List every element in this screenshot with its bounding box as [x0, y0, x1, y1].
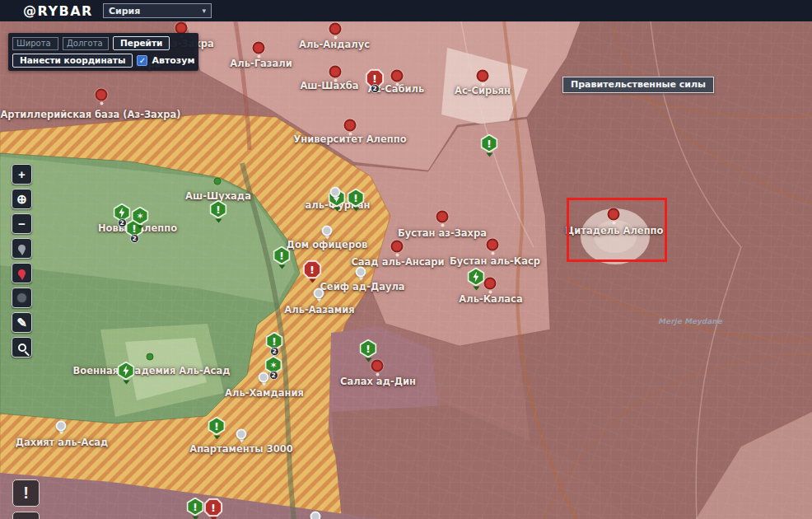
chevron-down-icon: ▾	[202, 7, 206, 15]
minus-icon: −	[18, 217, 26, 231]
map-marker-red-pin[interactable]	[608, 208, 620, 221]
map-marker-green-alert[interactable]: !	[359, 339, 378, 358]
red-pin-shape	[253, 42, 265, 54]
map-marker-gray-dot[interactable]	[356, 267, 366, 278]
search-icon	[18, 344, 26, 352]
map-marker-gray-dot[interactable]	[330, 187, 341, 198]
red-pin-shape	[344, 119, 357, 132]
autozoom-label: Автозум	[152, 55, 194, 66]
map-marker-green-alert[interactable]: !	[208, 417, 226, 436]
map-marker-green-alert[interactable]: !	[347, 189, 366, 208]
red-pin-shape	[96, 89, 108, 101]
map-marker-red-pin[interactable]	[391, 241, 404, 253]
gray-dot-shape	[314, 288, 324, 299]
map-marker-gray-dot[interactable]	[236, 429, 247, 440]
measure-button[interactable]: ✎	[12, 312, 32, 333]
gray-dot-shape	[310, 512, 321, 519]
map-marker-red-pin[interactable]	[329, 23, 342, 35]
red-pin-shape	[371, 360, 384, 372]
map-marker-red-pin[interactable]	[391, 70, 404, 82]
map-marker-gray-dot[interactable]	[322, 226, 333, 236]
topbar: @RYBAR Сирия ▾	[0, 0, 812, 21]
map-marker-red-pin[interactable]	[96, 89, 108, 101]
map-marker-red-pin[interactable]	[484, 278, 497, 290]
exclamation-icon: !	[305, 262, 320, 278]
map-marker-red-pin[interactable]	[344, 119, 357, 132]
map-marker-red-alert[interactable]: !	[204, 498, 223, 517]
zoom-in-button[interactable]: +	[12, 164, 32, 185]
map-marker-green-dot[interactable]	[147, 353, 154, 361]
alerts-button-2[interactable]	[12, 512, 40, 519]
coordinate-panel: Перейти Нанести координаты ✓ Автозум	[8, 33, 198, 71]
go-button[interactable]: Перейти	[113, 36, 170, 50]
map-marker-green-alert[interactable]: !	[186, 498, 205, 517]
map-marker-green-strike[interactable]: ✶	[131, 207, 150, 226]
marker-count-badge: 2	[118, 218, 127, 227]
globe-button[interactable]: ⊕	[12, 189, 32, 209]
gray-dot-shape	[356, 267, 366, 278]
alerts-button[interactable]: !	[12, 479, 40, 507]
map-toolbar: + ⊕ − ✎	[12, 164, 32, 358]
coordinate-row-1: Перейти	[12, 36, 194, 50]
marker-count-badge: 2	[130, 234, 139, 243]
gray-pin-icon	[18, 245, 26, 252]
map-marker-green-alert[interactable]: !	[209, 200, 228, 219]
map-marker-green-flash[interactable]	[467, 268, 486, 287]
red-pin-shape	[391, 70, 404, 82]
globe-icon: ⊕	[16, 192, 27, 207]
rybar-logo: @RYBAR	[23, 3, 93, 19]
zoom-out-button[interactable]: −	[12, 213, 32, 234]
map-marker-red-alert[interactable]: !2	[366, 69, 385, 88]
map-marker-gray-dot[interactable]	[310, 512, 321, 519]
map-marker-green-dot[interactable]	[214, 178, 222, 185]
map-marker-red-pin[interactable]	[329, 66, 342, 78]
green-dot-shape	[214, 178, 222, 185]
plus-icon: +	[18, 167, 26, 181]
red-pin-shape	[329, 23, 342, 35]
marker-red-button[interactable]	[12, 263, 32, 283]
map-marker-red-pin[interactable]	[436, 211, 449, 223]
green-dot-shape	[147, 353, 154, 361]
red-pin-shape	[477, 70, 489, 82]
map-marker-green-alert[interactable]: !	[480, 134, 499, 153]
map-marker-gray-dot[interactable]	[259, 372, 269, 383]
map-marker-red-pin[interactable]	[477, 70, 489, 82]
marker-count-badge: 2	[371, 84, 380, 93]
gray-dot-shape	[56, 421, 67, 432]
map-marker-green-flash[interactable]: 2	[113, 203, 132, 222]
gray-dot-shape	[259, 372, 269, 383]
map-marker-green-alert[interactable]: !2	[265, 332, 284, 351]
map-marker-gray-dot[interactable]	[56, 421, 67, 432]
longitude-input[interactable]	[63, 37, 109, 50]
area-icon	[17, 293, 26, 302]
red-pin-icon	[18, 269, 26, 277]
red-pin-shape	[391, 241, 404, 253]
latitude-input[interactable]	[12, 37, 58, 50]
plot-coordinates-button[interactable]: Нанести координаты	[12, 54, 133, 68]
lightning-bolt	[473, 272, 480, 283]
autozoom-checkbox[interactable]: ✓	[137, 55, 147, 66]
map-marker-red-pin[interactable]	[371, 360, 384, 372]
map-marker-green-flash[interactable]	[117, 362, 136, 381]
marker-count-badge: 2	[269, 371, 278, 380]
map-marker-gray-dot[interactable]	[314, 288, 324, 299]
map-marker-red-pin[interactable]	[253, 42, 265, 54]
red-pin-shape	[487, 239, 499, 251]
gray-dot-shape	[322, 226, 333, 236]
area-button[interactable]	[12, 288, 32, 308]
map-marker-red-pin[interactable]	[487, 239, 499, 251]
map-marker-green-alert[interactable]: !	[273, 246, 292, 265]
rybar-map-app: ЖК Аз-ЗахраАз-ЗахраАль-АндалусАль-Газали…	[0, 0, 812, 519]
region-dropdown-value: Сирия	[109, 6, 140, 16]
marker-count-badge: 2	[270, 347, 279, 356]
exclamation-icon: !	[206, 500, 222, 516]
red-pin-shape	[608, 208, 620, 221]
red-pin-shape	[329, 66, 342, 78]
search-button[interactable]	[12, 337, 32, 358]
region-dropdown[interactable]: Сирия ▾	[103, 3, 212, 18]
red-pin-shape	[436, 211, 449, 223]
map-marker-red-alert[interactable]: !	[303, 260, 322, 279]
marker-muted-button[interactable]	[12, 238, 32, 259]
pencil-icon: ✎	[16, 316, 27, 330]
lightning-bolt	[119, 208, 126, 218]
